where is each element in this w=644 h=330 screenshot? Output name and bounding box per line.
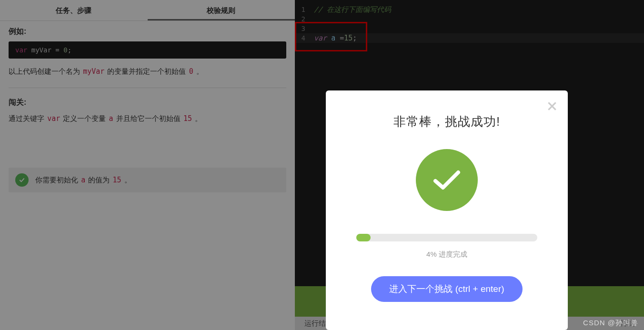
success-modal: 非常棒，挑战成功! 4% 进度完成 进入下一个挑战 (ctrl + enter) <box>326 90 568 330</box>
progress-bar <box>356 234 537 241</box>
success-check-icon <box>416 149 478 211</box>
close-icon[interactable] <box>546 100 558 114</box>
progress-fill <box>356 234 371 241</box>
modal-title: 非常棒，挑战成功! <box>393 113 500 130</box>
next-challenge-button[interactable]: 进入下一个挑战 (ctrl + enter) <box>371 276 522 302</box>
watermark: CSDN @孙叫兽 <box>583 319 638 328</box>
progress-text: 4% 进度完成 <box>426 250 467 259</box>
